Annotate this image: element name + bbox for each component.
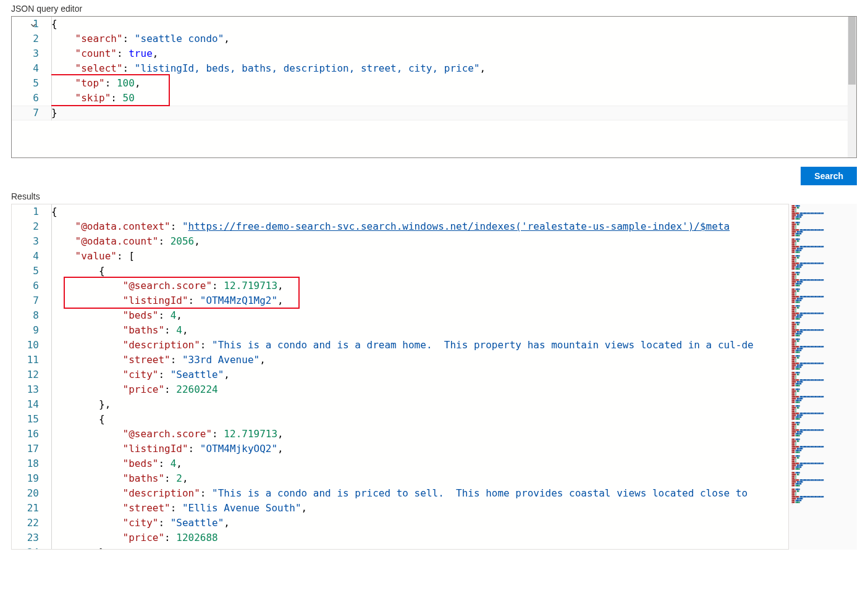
fold-icon[interactable] — [29, 19, 38, 28]
query-code-lines[interactable]: { "search": "seattle condo", "count": tr… — [51, 17, 856, 157]
results-minimap[interactable]: ████ ██████ ██████ ███ ████ █ ████ █ ███… — [789, 204, 857, 550]
results-gutter: 123456789101112131415161718192021222324 — [12, 204, 51, 549]
query-scrollbar[interactable] — [848, 17, 856, 157]
results-viewer[interactable]: 123456789101112131415161718192021222324 … — [11, 204, 857, 550]
json-query-editor[interactable]: 1234567 { "search": "seattle condo", "co… — [11, 16, 857, 158]
search-button[interactable]: Search — [801, 167, 857, 185]
query-gutter: 1234567 — [12, 17, 51, 157]
results-code-lines[interactable]: { "@odata.context": "https://free-demo-s… — [51, 204, 788, 549]
results-label: Results — [11, 191, 857, 201]
query-editor-label: JSON query editor — [11, 4, 857, 14]
